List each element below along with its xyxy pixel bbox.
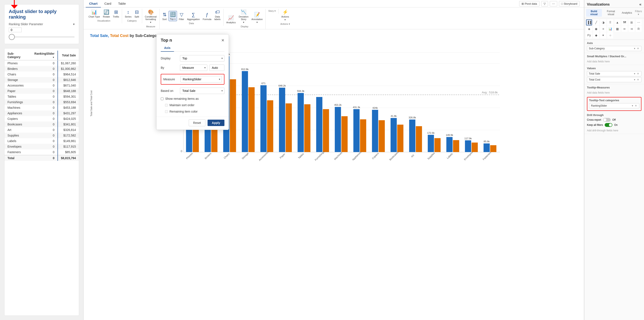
axis-field-actions: ▾ ✕ <box>634 47 640 50</box>
cross-report-toggle[interactable] <box>603 118 611 122</box>
tab-card[interactable]: Card <box>101 0 115 7</box>
analytics-tab[interactable]: Analytics <box>620 10 634 15</box>
data-labels-btn[interactable]: 🏷 Datalabels <box>213 9 222 21</box>
right-panel-collapse-btn[interactable]: « <box>639 2 642 7</box>
ribbon: Chart Card Table ⊞ Pivot data ▽ ⋯ □ Stor… <box>84 0 584 29</box>
total-cost-remove[interactable]: ✕ <box>636 78 640 81</box>
viz-icon-waterfall[interactable]: ≡ <box>600 26 606 32</box>
split-btn[interactable]: ⊟ Split <box>133 9 140 18</box>
viz-icon-py[interactable]: Py <box>586 32 592 38</box>
actions-label: Actions <box>281 15 289 18</box>
apply-btn[interactable]: Apply <box>208 120 224 126</box>
by-auto-input[interactable] <box>210 64 224 71</box>
build-visual-tab[interactable]: Build visual <box>586 9 602 17</box>
measure-select-wrapper: RankingSlider ▾ <box>180 76 222 82</box>
split-icon: ⊟ <box>135 9 139 15</box>
filter-ribbon-btn[interactable]: ▽ Filter <box>178 11 185 21</box>
rotate-icon: 🔄 <box>104 9 109 15</box>
remaining-color-checkbox[interactable] <box>165 110 168 113</box>
actions-icon: ⚡ <box>282 9 288 15</box>
drill-through-section: Drill through Cross-report Off Keep all … <box>584 112 644 134</box>
conditional-formatting-btn[interactable]: 🎨 Conditionalformatting ▾ <box>144 9 158 24</box>
based-on-select[interactable]: Total Sale <box>180 88 224 94</box>
maintain-sort-label: Maintain sort order <box>170 103 194 107</box>
deviation-story-btn[interactable]: 📉 DeviationStory ▾ <box>238 9 250 24</box>
table-cell: $424,025 <box>58 116 79 122</box>
table-cell: 0 <box>29 149 58 155</box>
more-options-btn[interactable]: ⋯ <box>550 1 557 6</box>
axis-field-remove[interactable]: ✕ <box>636 47 640 50</box>
series-label: Series <box>125 15 132 18</box>
viz-icon-more[interactable]: ⋯ <box>636 19 642 25</box>
axis-field-chevron[interactable]: ▾ <box>634 47 636 50</box>
slider-card: Adjust slider to apply ranking Ranking S… <box>4 4 79 44</box>
pivot-data-btn[interactable]: ⊞ Pivot data <box>519 1 540 6</box>
maintain-sort-checkbox[interactable] <box>165 104 168 107</box>
keep-filters-toggle[interactable] <box>605 123 612 127</box>
actions-btn[interactable]: ⚡ Actions ▾ <box>280 9 290 22</box>
top-n-btn[interactable]: 🔢 Top n <box>169 11 177 21</box>
viz-icon-kpi[interactable]: ◈ <box>586 26 592 32</box>
viz-icon-area[interactable]: ▲ <box>614 19 620 25</box>
total-cost-chevron[interactable]: ▾ <box>634 78 636 81</box>
svg-text:Phones: Phones <box>186 152 193 160</box>
total-sale-remove[interactable]: ✕ <box>636 72 640 75</box>
col-header-rankingslider[interactable]: RankingSlider ▼ <box>29 51 58 60</box>
viz-icon-line[interactable]: ╱ <box>593 19 599 25</box>
table-cell: Appliances <box>4 110 29 116</box>
measure-select[interactable]: RankingSlider <box>180 76 222 82</box>
analytics-btn[interactable]: 📈 Analytics <box>225 14 237 24</box>
annotation-btn[interactable]: 📝 Annotation ▾ <box>250 11 264 24</box>
by-select[interactable]: Measure <box>180 64 207 71</box>
viz-icon-heatmap[interactable]: ▦ <box>614 26 620 32</box>
viz-icon-scatter[interactable]: ⠿ <box>607 19 613 25</box>
viz-icon-gauge[interactable]: ◉ <box>593 26 599 32</box>
filter-btn[interactable]: ▽ <box>541 1 548 6</box>
show-remaining-checkbox[interactable] <box>161 97 164 100</box>
filters-btn[interactable]: Filters ▾ <box>634 10 642 16</box>
storyboard-btn[interactable]: □ Storyboard <box>559 1 580 6</box>
col-header-totalsale[interactable]: Total Sale <box>58 51 79 60</box>
viz-icon-bar[interactable]: ▐▐ <box>586 19 592 25</box>
measure-row: Measure RankingSlider ▾ <box>161 74 224 85</box>
viz-icon-funnel[interactable]: ⊲ <box>628 26 634 32</box>
viz-icon-table[interactable]: ⊞ <box>628 19 634 25</box>
total-sale-actions: ▾ ✕ <box>634 72 640 75</box>
viz-icon-donut[interactable]: ○ <box>607 32 613 38</box>
sort-btn[interactable]: ⇅ Sort <box>161 11 168 21</box>
slider-value-input[interactable] <box>9 27 22 32</box>
formula-btn[interactable]: ƒ Formula <box>202 11 212 21</box>
viz-icon-custom1[interactable]: ◆ <box>593 32 599 38</box>
viz-icon-treemap[interactable]: ▪▪ <box>622 26 628 32</box>
aggregation-btn[interactable]: ∑ Aggregation <box>186 11 201 21</box>
series-icon: ↕ <box>127 9 129 15</box>
series-btn[interactable]: ↕ Series <box>124 9 132 18</box>
viz-icon-combo[interactable]: 📊 <box>607 26 613 32</box>
viz-icon-r[interactable]: R <box>636 26 642 32</box>
tab-chart[interactable]: Chart <box>86 0 101 7</box>
format-visual-tab[interactable]: Format visual <box>603 9 620 17</box>
col-header-subcategory[interactable]: Sub-Category <box>4 51 29 60</box>
rotate-btn[interactable]: 🔄 Rotate <box>102 9 111 18</box>
table-cell: 0 <box>29 116 58 122</box>
table-cell: $453,188 <box>58 105 79 110</box>
rankingslider-chevron[interactable]: ▾ <box>632 104 634 107</box>
conditional-formatting-arrow: ▾ <box>150 21 151 24</box>
reset-btn[interactable]: Reset <box>189 119 206 126</box>
chart-type-btn[interactable]: 📊 Chart Type <box>88 9 101 18</box>
modal-tab-axis[interactable]: Axis <box>161 44 174 52</box>
tab-table[interactable]: Table <box>115 0 129 7</box>
trellis-btn[interactable]: ⊞ Trellis <box>112 9 120 18</box>
rankingslider-remove[interactable]: ✕ <box>634 104 637 107</box>
table-cell: 0 <box>29 60 58 66</box>
viz-icon-pie[interactable]: ◑ <box>600 19 606 25</box>
modal-close-btn[interactable]: ✕ <box>221 38 224 43</box>
table-cell: 0 <box>29 71 58 77</box>
slider-thumb[interactable] <box>9 34 15 40</box>
display-select-wrapper: Top Bottom ▾ <box>180 55 224 61</box>
total-sale-chevron[interactable]: ▾ <box>634 72 636 75</box>
viz-icon-custom2[interactable]: ✦ <box>600 32 606 38</box>
display-select[interactable]: Top Bottom <box>180 55 224 61</box>
viz-icon-map[interactable]: 🗺 <box>622 19 628 25</box>
table-cell: 0 <box>29 77 58 83</box>
